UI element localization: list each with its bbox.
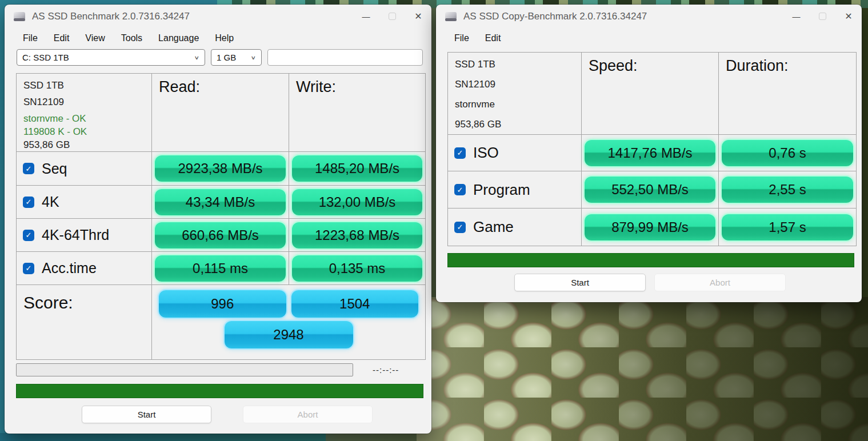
checkmark-icon: ✓: [457, 186, 463, 194]
maximize-button[interactable]: [809, 5, 835, 28]
titlebar[interactable]: AS SSD Copy-Benchmark 2.0.7316.34247 — ✕: [436, 5, 862, 28]
checkmark-icon: ✓: [457, 223, 463, 231]
seq-read-cell: 2923,38 MB/s: [152, 152, 289, 185]
alignment-status: 119808 K - OK: [23, 126, 145, 138]
options-row: C: SSD 1TB ∨ 1 GB ∨: [5, 48, 431, 66]
close-button[interactable]: ✕: [405, 5, 431, 28]
drive-select-value: C: SSD 1TB: [22, 53, 69, 62]
chevron-down-icon: ∨: [250, 54, 256, 61]
acctime-write-value: 0,135 ms: [292, 255, 422, 282]
hard-drive-app-icon: [445, 11, 457, 22]
elapsed-time-label: --:--:--: [373, 365, 399, 375]
minimize-button[interactable]: —: [353, 5, 379, 28]
drive-model: SSD 1TB: [23, 80, 145, 91]
4k-write-cell: 132,00 MB/s: [289, 186, 425, 218]
seq-write-cell: 1485,20 MB/s: [289, 152, 425, 185]
menu-file[interactable]: File: [15, 31, 46, 46]
row-game-label-cell: ✓ Game: [448, 209, 581, 246]
4k64-read-cell: 660,66 MB/s: [152, 219, 289, 251]
menubar: File Edit: [436, 28, 862, 48]
maximize-button[interactable]: [379, 5, 405, 28]
iso-duration-value: 0,76 s: [722, 140, 853, 166]
program-speed-cell: 552,50 MB/s: [582, 171, 718, 208]
row-label: Game: [473, 218, 514, 236]
acctime-read-cell: 0,115 ms: [152, 252, 289, 284]
program-duration-cell: 2,55 s: [719, 171, 856, 208]
drive-info-cell: SSD 1TB SN12109 stornvme - OK 119808 K -…: [17, 74, 151, 151]
row-label: 4K: [42, 194, 59, 210]
score-total-value: 2948: [225, 321, 353, 348]
drive-capacity: 953,86 GB: [23, 139, 145, 151]
row-iso-label-cell: ✓ ISO: [448, 135, 581, 171]
menu-language[interactable]: Language: [150, 31, 207, 46]
test-size-value: 1 GB: [217, 53, 236, 62]
row-label: Acc.time: [42, 260, 97, 276]
row-label: Seq: [42, 161, 67, 177]
checkmark-icon: ✓: [26, 264, 32, 272]
score-read-value: 996: [159, 290, 286, 318]
4k-checkbox[interactable]: ✓: [23, 197, 34, 208]
game-duration-value: 1,57 s: [722, 214, 853, 240]
menu-file[interactable]: File: [446, 31, 477, 46]
drive-serial: SN12109: [455, 79, 574, 90]
overall-progress-bar: [447, 253, 854, 267]
titlebar[interactable]: AS SSD Benchmark 2.0.7316.34247 — ✕: [5, 5, 431, 28]
menu-edit[interactable]: Edit: [46, 31, 78, 46]
menu-help[interactable]: Help: [207, 31, 242, 46]
score-values-cell: 996 1504 2948: [152, 285, 425, 359]
test-size-select[interactable]: 1 GB ∨: [211, 49, 262, 66]
abort-button[interactable]: Abort: [243, 406, 373, 423]
menubar: File Edit View Tools Language Help: [5, 28, 431, 48]
drive-model: SSD 1TB: [455, 59, 574, 70]
checkmark-icon: ✓: [457, 149, 463, 157]
hard-drive-app-icon: [13, 11, 26, 22]
acctime-checkbox[interactable]: ✓: [23, 263, 34, 274]
drive-capacity: 953,86 GB: [455, 119, 574, 130]
info-field[interactable]: [267, 49, 423, 66]
row-4k-label-cell: ✓ 4K: [17, 186, 151, 218]
test-progress-bar: [16, 363, 353, 376]
program-checkbox[interactable]: ✓: [454, 184, 466, 195]
menu-view[interactable]: View: [77, 31, 113, 46]
4k-read-cell: 43,34 MB/s: [152, 186, 289, 218]
duration-column-header: Duration:: [719, 53, 856, 134]
4k64-write-cell: 1223,68 MB/s: [289, 219, 425, 251]
maximize-icon: [389, 13, 396, 20]
game-checkbox[interactable]: ✓: [454, 222, 466, 233]
row-label: 4K-64Thrd: [42, 227, 109, 243]
menu-tools[interactable]: Tools: [113, 31, 150, 46]
checkmark-icon: ✓: [26, 231, 32, 239]
abort-button[interactable]: Abort: [654, 274, 786, 291]
start-button[interactable]: Start: [514, 274, 646, 291]
close-button[interactable]: ✕: [835, 5, 862, 28]
row-label: ISO: [473, 144, 499, 162]
iso-speed-value: 1417,76 MB/s: [585, 140, 715, 166]
4k64-checkbox[interactable]: ✓: [23, 230, 34, 241]
minimize-button[interactable]: —: [783, 5, 809, 28]
program-duration-value: 2,55 s: [722, 177, 853, 203]
read-column-header: Read:: [152, 74, 289, 151]
maximize-icon: [819, 13, 826, 20]
row-program-label-cell: ✓ Program: [448, 171, 581, 208]
drive-driver: stornvme: [455, 99, 574, 110]
speed-column-header: Speed:: [582, 53, 718, 134]
acctime-write-cell: 0,135 ms: [289, 252, 425, 284]
program-speed-value: 552,50 MB/s: [585, 177, 715, 203]
drive-info-cell: SSD 1TB SN12109 stornvme 953,86 GB: [448, 53, 581, 134]
row-4k64-label-cell: ✓ 4K-64Thrd: [17, 219, 151, 251]
drive-select[interactable]: C: SSD 1TB ∨: [17, 49, 205, 66]
write-column-header: Write:: [289, 74, 425, 151]
iso-duration-cell: 0,76 s: [719, 135, 856, 171]
game-speed-value: 879,99 MB/s: [585, 214, 715, 240]
score-label: Score:: [17, 285, 151, 359]
window-title: AS SSD Copy-Benchmark 2.0.7316.34247: [463, 11, 647, 22]
window-title: AS SSD Benchmark 2.0.7316.34247: [32, 11, 190, 22]
start-button[interactable]: Start: [82, 406, 211, 423]
menu-edit[interactable]: Edit: [477, 31, 509, 46]
iso-speed-cell: 1417,76 MB/s: [582, 135, 718, 171]
row-seq-label-cell: ✓ Seq: [17, 152, 151, 185]
as-ssd-benchmark-window: AS SSD Benchmark 2.0.7316.34247 — ✕ File…: [5, 5, 431, 434]
benchmark-results-table: SSD 1TB SN12109 stornvme - OK 119808 K -…: [16, 73, 426, 360]
iso-checkbox[interactable]: ✓: [454, 147, 466, 159]
seq-checkbox[interactable]: ✓: [23, 163, 34, 174]
